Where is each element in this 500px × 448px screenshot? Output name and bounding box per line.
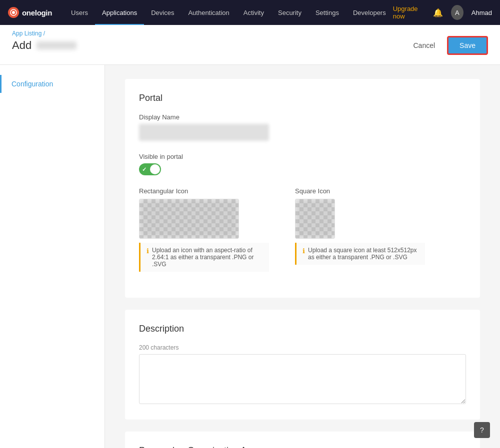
nav-item-users[interactable]: Users xyxy=(64,0,95,25)
display-name-group: Display Name xyxy=(139,113,466,141)
personal-org-section: Personal or Organization App Organizatio… xyxy=(125,432,480,448)
display-name-input[interactable] xyxy=(139,124,269,141)
square-icon-info-icon: ℹ xyxy=(302,247,305,255)
help-icon: ? xyxy=(480,426,484,434)
toggle-thumb xyxy=(150,164,160,174)
rect-icon-info-box: ℹ Upload an icon with an aspect-ratio of… xyxy=(139,243,269,272)
brand[interactable]: onelogin xyxy=(8,7,52,18)
svg-point-1 xyxy=(12,11,15,14)
visible-portal-toggle[interactable]: ✓ xyxy=(139,163,161,175)
nav-item-settings[interactable]: Settings xyxy=(308,0,346,25)
square-icon-box: Square Icon ℹ Upload a square icon at le… xyxy=(295,187,435,272)
rect-icon-box: Rectangular Icon ℹ Upload an icon with a… xyxy=(139,187,279,272)
nav-item-security[interactable]: Security xyxy=(271,0,308,25)
brand-logo[interactable]: onelogin xyxy=(8,7,52,18)
square-icon-label: Square Icon xyxy=(295,187,435,195)
user-avatar[interactable]: A xyxy=(451,5,464,20)
rect-icon-preview[interactable] xyxy=(139,199,239,239)
nav-item-authentication[interactable]: Authentication xyxy=(181,0,236,25)
rect-icon-label: Rectangular Icon xyxy=(139,187,279,195)
nav-item-applications[interactable]: Applications xyxy=(95,0,144,25)
page-header-actions: Cancel Save xyxy=(407,30,488,55)
page-title: Add xyxy=(12,39,76,58)
nav-item-devices[interactable]: Devices xyxy=(144,0,181,25)
nav-item-activity[interactable]: Activity xyxy=(236,0,271,25)
toggle-wrap: ✓ xyxy=(139,163,466,175)
personal-org-title: Personal or Organization App xyxy=(139,446,466,448)
toggle-check-icon: ✓ xyxy=(142,166,146,173)
page-title-app-name xyxy=(36,41,76,49)
square-icon-info-box: ℹ Upload a square icon at least 512x512p… xyxy=(295,243,425,265)
sidebar: Configuration xyxy=(0,65,105,448)
icons-row: Rectangular Icon ℹ Upload an icon with a… xyxy=(139,187,466,272)
portal-title: Portal xyxy=(139,93,466,103)
main-content: Portal Display Name Visible in portal ✓ xyxy=(105,65,500,448)
brand-icon xyxy=(8,7,19,18)
nav-items: Users Applications Devices Authenticatio… xyxy=(64,0,393,25)
description-textarea[interactable] xyxy=(139,354,466,404)
square-icon-blur xyxy=(296,199,334,238)
sidebar-item-configuration[interactable]: Configuration xyxy=(0,75,104,93)
rect-icon-info-text: Upload an icon with an aspect-ratio of 2… xyxy=(152,247,263,268)
save-button[interactable]: Save xyxy=(447,36,488,55)
char-count: 200 characters xyxy=(139,344,466,351)
brand-name: onelogin xyxy=(22,8,52,17)
breadcrumb[interactable]: App Listing / xyxy=(12,30,76,37)
page-header: App Listing / Add Cancel Save xyxy=(0,25,500,65)
portal-section: Portal Display Name Visible in portal ✓ xyxy=(125,79,480,298)
page-header-left: App Listing / Add xyxy=(12,30,76,58)
page-body: Configuration Portal Display Name Visibl… xyxy=(0,65,500,448)
display-name-label: Display Name xyxy=(139,113,466,121)
user-name[interactable]: Ahmad xyxy=(472,9,492,16)
description-section: Description 200 characters xyxy=(125,310,480,420)
visible-portal-label: Visible in portal xyxy=(139,153,466,160)
rect-icon-info-icon: ℹ xyxy=(146,247,149,255)
navbar: onelogin Users Applications Devices Auth… xyxy=(0,0,500,25)
help-button[interactable]: ? xyxy=(474,422,490,438)
cancel-button[interactable]: Cancel xyxy=(407,37,441,53)
rect-icon-blur xyxy=(140,199,238,238)
square-icon-info-text: Upload a square icon at least 512x512px … xyxy=(308,247,419,261)
square-icon-preview[interactable] xyxy=(295,199,335,239)
visible-portal-group: Visible in portal ✓ xyxy=(139,153,466,175)
bell-icon[interactable]: 🔔 xyxy=(433,8,443,17)
navbar-right: Upgrade now 🔔 A Ahmad xyxy=(393,5,492,20)
upgrade-button[interactable]: Upgrade now xyxy=(393,5,425,20)
nav-item-developers[interactable]: Developers xyxy=(346,0,393,25)
description-title: Description xyxy=(139,324,466,334)
